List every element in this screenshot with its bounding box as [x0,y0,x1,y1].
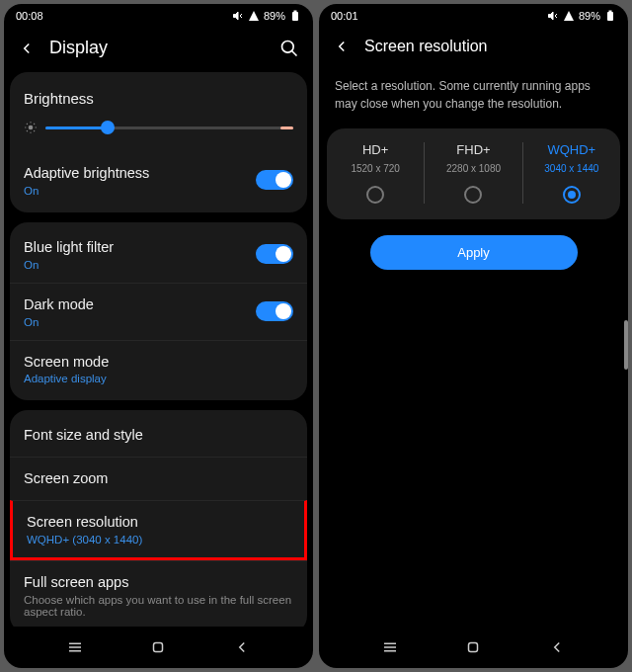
clock: 00:08 [16,10,43,22]
back-nav-icon[interactable] [548,638,566,656]
brightness-section: Brightness [10,76,307,152]
back-nav-icon[interactable] [233,638,251,656]
nav-bar [319,627,628,668]
svg-rect-0 [292,12,298,21]
resolution-options: HD+ 1520 x 720 FHD+ 2280 x 1080 WQHD+ 30… [327,128,620,219]
blue-light-filter-row[interactable]: Blue light filter On [10,226,307,283]
home-icon[interactable] [464,638,482,656]
font-size-row[interactable]: Font size and style [10,414,307,457]
dark-mode-row[interactable]: Dark mode On [10,283,307,340]
radio-icon [366,186,384,204]
svg-rect-6 [609,11,612,13]
svg-rect-5 [607,12,613,21]
status-bar: 00:01 89% [319,4,628,28]
home-icon[interactable] [149,638,167,656]
resolution-wqhd-option[interactable]: WQHD+ 3040 x 1440 [522,142,620,204]
screen-mode-row[interactable]: Screen mode Adaptive display [10,340,307,397]
search-icon[interactable] [279,39,299,58]
battery-icon [289,10,301,22]
svg-rect-7 [469,643,478,652]
signal-icon [248,10,260,22]
battery-percent: 89% [264,10,285,22]
full-screen-apps-row[interactable]: Full screen apps Choose which apps you w… [10,560,307,627]
svg-point-3 [29,126,34,130]
screen-resolution-screen: 00:01 89% Screen resolution Select a res… [319,4,628,668]
adaptive-brightness-row[interactable]: Adaptive brightness On [10,152,307,209]
svg-point-2 [282,41,294,52]
scroll-indicator [624,320,628,370]
description-text: Select a resolution. Some currently runn… [319,69,628,128]
radio-icon [464,186,482,204]
blue-light-toggle[interactable] [256,244,293,264]
back-icon[interactable] [18,40,36,57]
sun-icon [24,121,38,134]
display-settings-screen: 00:08 89% Display Brightness [4,4,313,668]
mute-icon [232,10,244,22]
brightness-label: Brightness [24,90,293,107]
settings-list[interactable]: Brightness Adaptive brightness On [4,72,313,627]
mute-icon [547,10,559,22]
brightness-slider[interactable] [24,121,293,134]
header: Screen resolution [319,28,628,69]
screen-zoom-row[interactable]: Screen zoom [10,457,307,500]
recents-icon[interactable] [66,638,84,656]
svg-rect-1 [294,11,297,13]
battery-icon [604,10,616,22]
apply-button[interactable]: Apply [370,235,578,270]
radio-icon [563,186,581,204]
svg-rect-4 [154,643,163,652]
battery-percent: 89% [579,10,600,22]
resolution-fhd-option[interactable]: FHD+ 2280 x 1080 [424,142,521,204]
page-title: Display [49,38,279,58]
page-title: Screen resolution [364,38,614,55]
header: Display [4,28,313,72]
adaptive-brightness-toggle[interactable] [256,170,293,190]
dark-mode-toggle[interactable] [256,301,293,321]
nav-bar [4,627,313,668]
clock: 00:01 [331,10,358,22]
signal-icon [563,10,575,22]
recents-icon[interactable] [381,638,399,656]
screen-resolution-row[interactable]: Screen resolution WQHD+ (3040 x 1440) [10,500,307,560]
status-bar: 00:08 89% [4,4,313,28]
resolution-hd-option[interactable]: HD+ 1520 x 720 [327,142,424,204]
back-icon[interactable] [333,38,351,55]
